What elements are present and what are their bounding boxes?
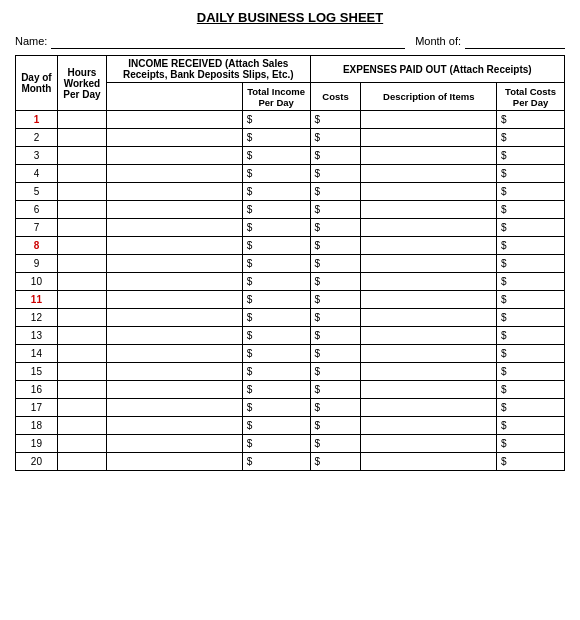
table-row-costs[interactable]: $ — [310, 291, 361, 309]
table-row-description[interactable] — [361, 237, 497, 255]
table-row-hours[interactable] — [57, 201, 106, 219]
table-row-income[interactable] — [107, 129, 243, 147]
table-row-total-costs[interactable]: $ — [497, 435, 565, 453]
table-row-costs[interactable]: $ — [310, 237, 361, 255]
table-row-description[interactable] — [361, 183, 497, 201]
table-row-description[interactable] — [361, 165, 497, 183]
table-row-description[interactable] — [361, 417, 497, 435]
table-row-description[interactable] — [361, 111, 497, 129]
table-row-hours[interactable] — [57, 129, 106, 147]
table-row-income[interactable] — [107, 363, 243, 381]
table-row-total-income[interactable]: $ — [242, 453, 310, 471]
table-row-costs[interactable]: $ — [310, 111, 361, 129]
table-row-income[interactable] — [107, 453, 243, 471]
table-row-hours[interactable] — [57, 219, 106, 237]
table-row-costs[interactable]: $ — [310, 201, 361, 219]
table-row-hours[interactable] — [57, 381, 106, 399]
table-row-costs[interactable]: $ — [310, 381, 361, 399]
table-row-description[interactable] — [361, 345, 497, 363]
table-row-income[interactable] — [107, 399, 243, 417]
table-row-total-income[interactable]: $ — [242, 435, 310, 453]
table-row-total-costs[interactable]: $ — [497, 237, 565, 255]
table-row-total-costs[interactable]: $ — [497, 363, 565, 381]
table-row-costs[interactable]: $ — [310, 363, 361, 381]
table-row-description[interactable] — [361, 435, 497, 453]
table-row-income[interactable] — [107, 255, 243, 273]
table-row-income[interactable] — [107, 147, 243, 165]
table-row-hours[interactable] — [57, 309, 106, 327]
table-row-income[interactable] — [107, 111, 243, 129]
table-row-total-income[interactable]: $ — [242, 183, 310, 201]
table-row-total-costs[interactable]: $ — [497, 345, 565, 363]
table-row-description[interactable] — [361, 399, 497, 417]
table-row-total-income[interactable]: $ — [242, 417, 310, 435]
table-row-description[interactable] — [361, 381, 497, 399]
table-row-description[interactable] — [361, 219, 497, 237]
table-row-costs[interactable]: $ — [310, 417, 361, 435]
table-row-income[interactable] — [107, 435, 243, 453]
table-row-description[interactable] — [361, 363, 497, 381]
table-row-costs[interactable]: $ — [310, 147, 361, 165]
table-row-costs[interactable]: $ — [310, 399, 361, 417]
table-row-income[interactable] — [107, 309, 243, 327]
table-row-total-income[interactable]: $ — [242, 309, 310, 327]
table-row-total-income[interactable]: $ — [242, 399, 310, 417]
table-row-description[interactable] — [361, 327, 497, 345]
table-row-hours[interactable] — [57, 399, 106, 417]
table-row-total-costs[interactable]: $ — [497, 309, 565, 327]
table-row-total-income[interactable]: $ — [242, 165, 310, 183]
name-input-line[interactable] — [51, 33, 405, 49]
table-row-total-costs[interactable]: $ — [497, 453, 565, 471]
table-row-hours[interactable] — [57, 111, 106, 129]
table-row-total-costs[interactable]: $ — [497, 111, 565, 129]
table-row-total-costs[interactable]: $ — [497, 147, 565, 165]
table-row-income[interactable] — [107, 237, 243, 255]
table-row-hours[interactable] — [57, 327, 106, 345]
table-row-total-income[interactable]: $ — [242, 291, 310, 309]
table-row-income[interactable] — [107, 327, 243, 345]
table-row-hours[interactable] — [57, 291, 106, 309]
table-row-income[interactable] — [107, 273, 243, 291]
table-row-description[interactable] — [361, 453, 497, 471]
table-row-hours[interactable] — [57, 435, 106, 453]
table-row-hours[interactable] — [57, 417, 106, 435]
table-row-total-costs[interactable]: $ — [497, 291, 565, 309]
table-row-costs[interactable]: $ — [310, 327, 361, 345]
table-row-costs[interactable]: $ — [310, 165, 361, 183]
table-row-total-income[interactable]: $ — [242, 363, 310, 381]
table-row-total-costs[interactable]: $ — [497, 219, 565, 237]
table-row-income[interactable] — [107, 381, 243, 399]
table-row-total-costs[interactable]: $ — [497, 417, 565, 435]
table-row-costs[interactable]: $ — [310, 345, 361, 363]
table-row-costs[interactable]: $ — [310, 129, 361, 147]
table-row-income[interactable] — [107, 417, 243, 435]
table-row-costs[interactable]: $ — [310, 435, 361, 453]
month-input-line[interactable] — [465, 33, 565, 49]
table-row-total-costs[interactable]: $ — [497, 165, 565, 183]
table-row-description[interactable] — [361, 147, 497, 165]
table-row-total-income[interactable]: $ — [242, 255, 310, 273]
table-row-income[interactable] — [107, 201, 243, 219]
table-row-total-income[interactable]: $ — [242, 381, 310, 399]
table-row-description[interactable] — [361, 273, 497, 291]
table-row-hours[interactable] — [57, 147, 106, 165]
table-row-costs[interactable]: $ — [310, 255, 361, 273]
table-row-costs[interactable]: $ — [310, 183, 361, 201]
table-row-total-income[interactable]: $ — [242, 237, 310, 255]
table-row-costs[interactable]: $ — [310, 309, 361, 327]
table-row-hours[interactable] — [57, 183, 106, 201]
table-row-total-costs[interactable]: $ — [497, 327, 565, 345]
table-row-total-income[interactable]: $ — [242, 201, 310, 219]
table-row-income[interactable] — [107, 219, 243, 237]
table-row-total-income[interactable]: $ — [242, 147, 310, 165]
table-row-total-income[interactable]: $ — [242, 345, 310, 363]
table-row-total-income[interactable]: $ — [242, 111, 310, 129]
table-row-total-income[interactable]: $ — [242, 219, 310, 237]
table-row-costs[interactable]: $ — [310, 453, 361, 471]
table-row-description[interactable] — [361, 291, 497, 309]
table-row-total-costs[interactable]: $ — [497, 129, 565, 147]
table-row-hours[interactable] — [57, 273, 106, 291]
table-row-hours[interactable] — [57, 237, 106, 255]
table-row-income[interactable] — [107, 165, 243, 183]
table-row-total-costs[interactable]: $ — [497, 399, 565, 417]
